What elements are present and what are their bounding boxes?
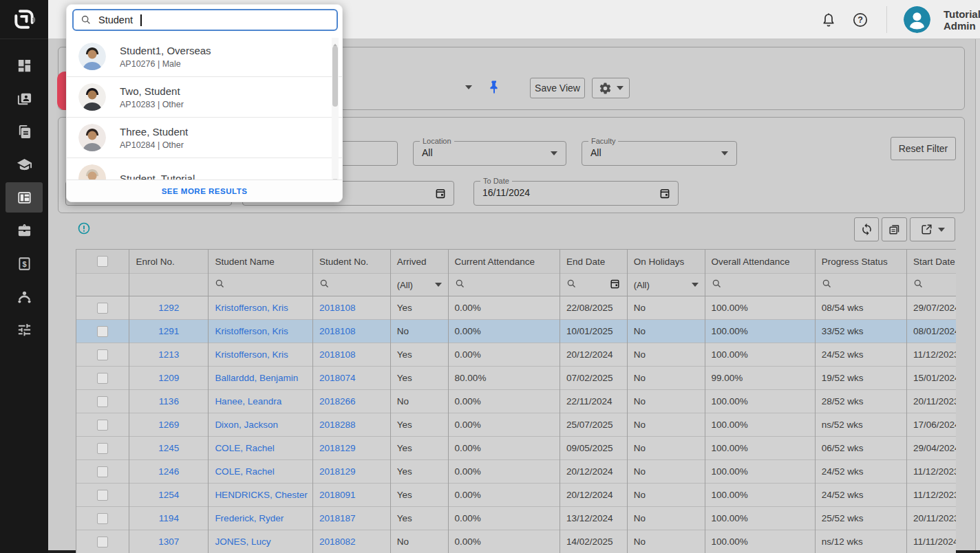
cell-link[interactable]: 2018091 <box>319 490 356 500</box>
cell-1[interactable]: Hanee, Leandra <box>209 390 313 413</box>
cell-link[interactable]: 2018187 <box>319 513 356 523</box>
info-icon[interactable] <box>77 221 91 235</box>
location-select[interactable]: Location All <box>413 141 566 166</box>
cell-1[interactable]: Ballarddd, Benjamin <box>209 367 313 390</box>
student-row[interactable]: 1245COLE, Rachel2018129Yes0.00%09/05/202… <box>76 437 957 460</box>
view-select-caret-icon[interactable] <box>465 85 472 89</box>
see-more-results-link[interactable]: SEE MORE RESULTS <box>67 180 342 202</box>
save-view-button[interactable]: Save View <box>530 78 585 98</box>
row-checkbox[interactable] <box>97 373 108 384</box>
row-checkbox[interactable] <box>97 513 108 524</box>
user-avatar[interactable] <box>904 6 930 33</box>
column-header-arrived[interactable]: Arrived <box>390 250 448 274</box>
row-checkbox[interactable] <box>97 349 108 360</box>
calendar-icon[interactable] <box>609 278 621 292</box>
help-icon[interactable]: ? <box>852 12 869 28</box>
column-filter-student-name[interactable] <box>209 274 313 296</box>
column-filter-overall-attendance[interactable] <box>705 274 815 296</box>
cell-0[interactable]: 1254 <box>129 484 209 507</box>
export-button[interactable] <box>910 217 955 241</box>
cell-link[interactable]: 1246 <box>158 466 179 477</box>
cell-link[interactable]: 1292 <box>158 303 179 313</box>
student-row[interactable]: 1136Hanee, Leandra2018266No0.00%22/11/20… <box>76 390 957 413</box>
student-row[interactable]: 1269Dixon, Jackson2018288Yes0.00%25/07/2… <box>76 413 957 437</box>
student-row[interactable]: 1291Kristofferson, Kris2018108No0.00%10/… <box>76 320 957 343</box>
cell-link[interactable]: 1254 <box>158 490 179 500</box>
cell-link[interactable]: Kristofferson, Kris <box>215 349 288 360</box>
cell-link[interactable]: 1269 <box>158 420 179 430</box>
cell-2[interactable]: 2018082 <box>312 530 390 553</box>
cell-link[interactable]: Hanee, Leandra <box>215 396 281 406</box>
cell-0[interactable]: 1291 <box>129 320 209 343</box>
student-row[interactable]: 1292Kristofferson, Kris2018108Yes0.00%22… <box>76 296 957 320</box>
cell-link[interactable]: 1213 <box>158 349 179 360</box>
pin-view-icon[interactable] <box>486 79 502 96</box>
copy-grid-button[interactable] <box>882 217 907 241</box>
cell-link[interactable]: 2018108 <box>319 326 356 336</box>
cell-2[interactable]: 2018091 <box>312 484 390 507</box>
search-result-item[interactable]: Student1, OverseasAP10276 | Male <box>67 36 342 77</box>
faculty-select[interactable]: Faculty All <box>582 141 737 166</box>
cell-1[interactable]: Frederick, Ryder <box>209 507 313 530</box>
column-header-on-holidays[interactable]: On Holidays <box>627 250 705 274</box>
to-date-field[interactable]: To Date 16/11/2024 <box>473 181 679 206</box>
scrollbar-thumb[interactable] <box>332 46 338 107</box>
sidebar-item-settings[interactable] <box>0 313 48 346</box>
student-row[interactable]: 1209Ballarddd, Benjamin2018074Yes80.00%0… <box>76 367 957 390</box>
column-filter-start-date[interactable] <box>906 274 956 296</box>
row-checkbox[interactable] <box>97 303 108 314</box>
sidebar-item-documents[interactable] <box>0 115 48 148</box>
cell-2[interactable]: 2018074 <box>312 367 390 390</box>
student-row[interactable]: 1213Kristofferson, Kris2018108Yes0.00%20… <box>76 343 957 367</box>
cell-link[interactable]: 1245 <box>158 443 179 453</box>
cell-link[interactable]: COLE, Rachel <box>215 443 274 453</box>
cell-2[interactable]: 2018187 <box>312 507 390 530</box>
cell-link[interactable]: HENDRICKS, Chester <box>215 490 307 500</box>
cell-link[interactable]: Frederick, Ryder <box>215 513 284 523</box>
notifications-bell-icon[interactable] <box>820 12 837 28</box>
row-checkbox[interactable] <box>97 536 108 547</box>
cell-0[interactable]: 1194 <box>129 507 209 530</box>
cell-link[interactable]: 1209 <box>158 373 179 383</box>
cell-0[interactable]: 1307 <box>129 530 209 553</box>
cell-link[interactable]: 2018288 <box>319 420 356 430</box>
column-header-current-attendance[interactable]: Current Attendance <box>448 250 560 274</box>
column-filter-enrol-no-[interactable] <box>129 274 209 296</box>
student-row[interactable]: 1194Frederick, Ryder2018187Yes0.00%13/12… <box>76 507 957 530</box>
scroll-up-icon[interactable] <box>332 39 338 44</box>
cell-link[interactable]: COLE, Rachel <box>215 466 274 477</box>
cell-2[interactable]: 2018108 <box>312 343 390 367</box>
cell-link[interactable]: 2018074 <box>319 373 356 383</box>
search-result-item[interactable]: Three, StudentAP10284 | Other <box>67 118 342 158</box>
cell-link[interactable]: Kristofferson, Kris <box>215 303 288 313</box>
cell-link[interactable]: 2018129 <box>319 466 356 477</box>
student-row[interactable]: 1307JONES, Lucy2018082No0.00%14/02/2025N… <box>76 530 957 553</box>
cell-link[interactable]: Kristofferson, Kris <box>215 326 288 336</box>
row-checkbox[interactable] <box>97 396 108 407</box>
column-header-student-no-[interactable]: Student No. <box>312 250 390 274</box>
cell-link[interactable]: 1136 <box>159 396 179 406</box>
cell-0[interactable]: 1245 <box>129 437 209 460</box>
sidebar-item-network[interactable] <box>0 280 48 313</box>
sidebar-item-jobs[interactable] <box>0 214 48 247</box>
cell-2[interactable]: 2018108 <box>312 320 390 343</box>
global-search-input[interactable]: Student <box>72 9 338 31</box>
cell-link[interactable]: Dixon, Jackson <box>215 420 278 430</box>
row-checkbox[interactable] <box>97 466 108 477</box>
row-checkbox[interactable] <box>97 443 108 454</box>
row-checkbox[interactable] <box>97 420 108 431</box>
cell-link[interactable]: 2018108 <box>319 303 356 313</box>
to-date-calendar-icon[interactable] <box>659 187 671 199</box>
cell-link[interactable]: 1194 <box>159 513 179 523</box>
cell-1[interactable]: COLE, Rachel <box>209 460 313 484</box>
reset-filter-button[interactable]: Reset Filter <box>891 137 956 160</box>
scroll-down-icon[interactable] <box>332 173 338 179</box>
cell-link[interactable]: 2018266 <box>319 396 356 406</box>
cell-0[interactable]: 1209 <box>129 367 209 390</box>
sidebar-item-contacts[interactable] <box>0 82 48 115</box>
sidebar-item-academics[interactable] <box>0 148 48 181</box>
row-checkbox[interactable] <box>97 490 108 501</box>
cell-0[interactable]: 1136 <box>129 390 209 413</box>
row-checkbox[interactable] <box>97 326 108 337</box>
select-all-checkbox[interactable] <box>97 256 108 267</box>
